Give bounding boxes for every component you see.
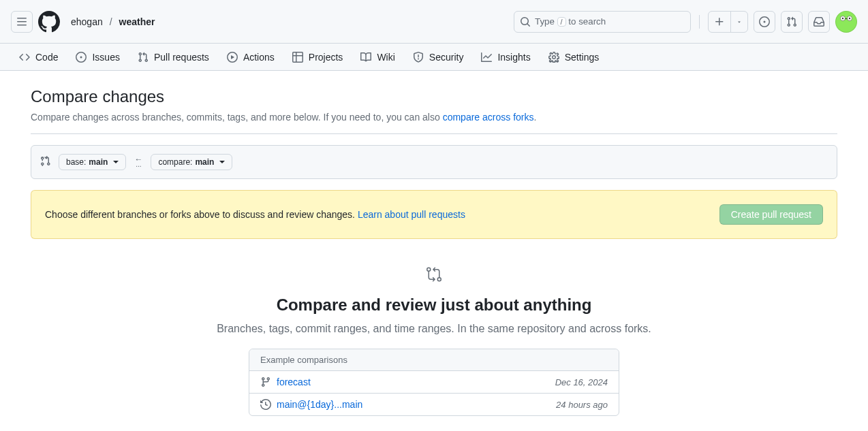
svg-rect-4 [846, 18, 848, 19]
page-subtitle: Compare changes across branches, commits… [31, 112, 837, 134]
code-icon [19, 52, 30, 63]
nav-pull-requests[interactable]: Pull requests [129, 46, 217, 68]
example-date: 24 hours ago [556, 400, 608, 410]
avatar-icon [838, 14, 854, 30]
user-avatar[interactable] [835, 11, 857, 33]
nav-issues[interactable]: Issues [67, 46, 127, 68]
book-icon [360, 52, 371, 63]
hamburger-menu-button[interactable] [11, 11, 33, 33]
example-link[interactable]: forecast [277, 377, 550, 387]
base-branch-selector[interactable]: base: main [59, 154, 126, 170]
arrow-separator: ←... [134, 157, 142, 166]
svg-point-3 [849, 17, 850, 18]
shield-icon [413, 52, 424, 63]
page-title: Compare changes [31, 87, 837, 106]
blankslate: Compare and review just about anything B… [31, 255, 837, 427]
issues-header-button[interactable] [754, 11, 775, 33]
issue-opened-icon [759, 16, 770, 27]
notifications-button[interactable] [808, 11, 830, 33]
git-compare-large-icon [426, 266, 442, 285]
hamburger-icon [16, 16, 27, 27]
nav-projects[interactable]: Projects [284, 46, 352, 68]
github-logo-link[interactable] [38, 11, 60, 33]
issue-icon [76, 52, 87, 63]
nav-wiki[interactable]: Wiki [352, 46, 403, 68]
breadcrumb-owner-link[interactable]: ehogan [71, 16, 103, 27]
create-new-button[interactable] [708, 11, 748, 33]
nav-code[interactable]: Code [11, 46, 66, 68]
search-placeholder: Type / to search [535, 16, 606, 27]
github-logo-icon [38, 11, 60, 33]
caret-down-icon [219, 161, 225, 163]
git-compare-icon [40, 156, 50, 169]
search-button[interactable]: Type / to search [514, 11, 691, 33]
example-comparisons-box: Example comparisons forecast Dec 16, 202… [249, 349, 619, 416]
triangle-down-icon [737, 19, 742, 25]
gear-icon [548, 52, 559, 63]
example-row: forecast Dec 16, 2024 [249, 371, 619, 394]
repo-nav: Code Issues Pull requests Actions Projec… [0, 44, 868, 71]
create-new-dropdown[interactable] [731, 12, 747, 32]
graph-icon [481, 52, 492, 63]
create-pull-request-button[interactable]: Create pull request [719, 204, 823, 225]
pull-request-icon [138, 52, 149, 63]
table-icon [292, 52, 303, 63]
global-header: ehogan / weather Type / to search [0, 0, 868, 44]
main-container: Compare changes Compare changes across b… [20, 71, 848, 431]
plus-icon [714, 16, 725, 27]
flash-notice: Choose different branches or forks above… [31, 190, 837, 239]
play-icon [227, 52, 238, 63]
nav-security[interactable]: Security [405, 46, 472, 68]
nav-settings[interactable]: Settings [540, 46, 608, 68]
history-icon [260, 399, 271, 410]
breadcrumb: ehogan / weather [71, 16, 155, 27]
blankslate-title: Compare and review just about anything [31, 296, 837, 315]
flash-text: Choose different branches or forks above… [45, 209, 465, 220]
caret-down-icon [113, 161, 119, 163]
git-pull-request-icon [786, 16, 797, 27]
svg-point-2 [842, 17, 843, 18]
search-icon [520, 16, 531, 27]
plus-icon-part[interactable] [709, 12, 731, 32]
example-date: Dec 16, 2024 [555, 377, 608, 387]
compare-across-forks-link[interactable]: compare across forks [443, 112, 534, 123]
learn-pull-requests-link[interactable]: Learn about pull requests [358, 209, 465, 220]
inbox-icon [813, 16, 824, 27]
nav-insights[interactable]: Insights [473, 46, 538, 68]
header-actions: Type / to search [514, 11, 857, 33]
example-comparisons-header: Example comparisons [249, 349, 619, 371]
divider [699, 15, 700, 29]
example-row: main@{1day}...main 24 hours ago [249, 394, 619, 415]
range-editor: base: main ←... compare: main [31, 145, 837, 179]
git-branch-icon [260, 377, 271, 387]
breadcrumb-repo-link[interactable]: weather [119, 16, 155, 27]
nav-actions[interactable]: Actions [219, 46, 283, 68]
blankslate-description: Branches, tags, commit ranges, and time … [31, 323, 837, 335]
breadcrumb-separator: / [107, 16, 115, 27]
compare-branch-selector[interactable]: compare: main [151, 154, 232, 170]
pull-requests-header-button[interactable] [781, 11, 803, 33]
example-link[interactable]: main@{1day}...main [277, 399, 551, 410]
